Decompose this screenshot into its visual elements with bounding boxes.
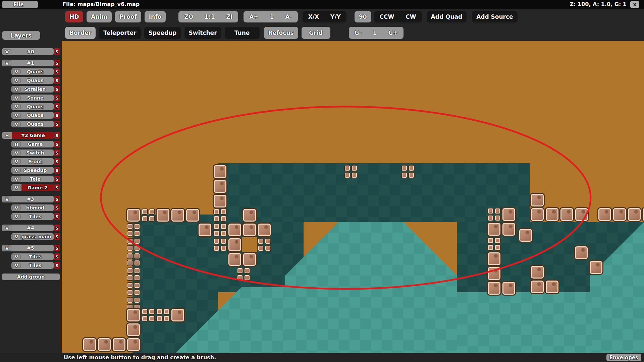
- layer-select-quads[interactable]: VQuads: [11, 68, 54, 75]
- visibility-toggle-button[interactable]: H: [3, 133, 11, 138]
- visibility-toggle-button[interactable]: V: [12, 176, 21, 182]
- toolbar-button-1[interactable]: 1: [367, 29, 383, 36]
- map-canvas[interactable]: [62, 41, 644, 353]
- toolbar-button-grid[interactable]: Grid: [302, 27, 330, 39]
- layer-select-4[interactable]: V#4: [2, 225, 54, 231]
- toolbar-button-zo[interactable]: ZO: [178, 13, 199, 20]
- visibility-toggle-button[interactable]: V: [12, 214, 21, 219]
- toolbar-button-g[interactable]: G+: [382, 29, 403, 36]
- layer-select-strallen[interactable]: VStrallen: [11, 86, 54, 93]
- toolbar-button-y-y[interactable]: Y/Y: [325, 13, 346, 20]
- layer-s-button[interactable]: S: [54, 77, 60, 84]
- visibility-toggle-button[interactable]: V: [12, 254, 21, 259]
- layer-s-button[interactable]: S: [54, 132, 60, 139]
- layer-s-button[interactable]: S: [54, 112, 60, 119]
- layer-s-button[interactable]: S: [54, 245, 60, 251]
- toolbar-button-proof[interactable]: Proof: [115, 11, 141, 22]
- layer-s-button[interactable]: S: [54, 253, 60, 260]
- layer-s-button[interactable]: S: [54, 233, 60, 240]
- layer-s-button[interactable]: S: [54, 158, 60, 165]
- visibility-toggle-button[interactable]: V: [12, 263, 21, 268]
- layer-s-button[interactable]: S: [54, 60, 60, 66]
- toolbar-button-1-1[interactable]: 1:1: [199, 13, 220, 20]
- visibility-toggle-button[interactable]: V: [3, 225, 11, 231]
- toolbar-button-add-source[interactable]: Add Source: [472, 11, 517, 22]
- visibility-toggle-button[interactable]: V: [12, 113, 21, 118]
- toolbar-button-teleporter[interactable]: Teleporter: [99, 27, 141, 39]
- visibility-toggle-button[interactable]: V: [12, 69, 21, 74]
- toolbar-button-1[interactable]: 1: [264, 13, 280, 20]
- visibility-toggle-button[interactable]: V: [12, 159, 21, 164]
- visibility-toggle-button[interactable]: V: [3, 196, 11, 202]
- visibility-toggle-button[interactable]: V: [12, 86, 21, 92]
- layer-s-button[interactable]: S: [54, 141, 60, 147]
- toolbar-button-anim[interactable]: Anim: [87, 11, 112, 22]
- layer-s-button[interactable]: S: [54, 149, 60, 156]
- toolbar-button-add-quad[interactable]: Add Quad: [427, 11, 467, 22]
- layer-select-front[interactable]: VFront: [11, 158, 54, 165]
- visibility-toggle-button[interactable]: V: [12, 150, 21, 156]
- visibility-toggle-button[interactable]: V: [12, 95, 21, 101]
- layer-select-0[interactable]: V#0: [2, 48, 54, 55]
- visibility-toggle-button[interactable]: V: [12, 104, 21, 109]
- layer-select-quads[interactable]: VQuads: [11, 103, 54, 110]
- layer-select-game[interactable]: HGame: [11, 141, 54, 147]
- layer-select-sonne[interactable]: VSonne: [11, 95, 54, 101]
- visibility-toggle-button[interactable]: V: [12, 234, 21, 239]
- toolbar-button-cw[interactable]: CW: [400, 13, 422, 20]
- layer-select-bbmod[interactable]: Vbbmod: [11, 204, 54, 211]
- layer-select-5[interactable]: V#5: [2, 245, 54, 251]
- layer-select-speedup[interactable]: VSpeedup: [11, 167, 54, 174]
- layer-s-button[interactable]: S: [54, 176, 60, 182]
- layer-select-tiles[interactable]: VTiles: [11, 213, 54, 220]
- toolbar-button-ccw[interactable]: CCW: [374, 13, 400, 20]
- layer-select-3[interactable]: V#3: [2, 196, 54, 202]
- layer-select-game-2[interactable]: VGame 2: [11, 184, 54, 191]
- visibility-toggle-button[interactable]: V: [12, 205, 21, 210]
- toolbar-button-tune[interactable]: Tune: [225, 27, 260, 39]
- layer-s-button[interactable]: S: [54, 225, 60, 231]
- close-icon[interactable]: X: [630, 1, 639, 8]
- layer-s-button[interactable]: S: [54, 262, 60, 269]
- layer-s-button[interactable]: S: [54, 196, 60, 202]
- layer-select-grass-main[interactable]: Vgrass_main: [11, 233, 54, 240]
- layer-select-quads[interactable]: VQuads: [11, 112, 54, 119]
- visibility-toggle-button[interactable]: V: [12, 121, 21, 127]
- layer-s-button[interactable]: S: [54, 121, 60, 127]
- visibility-toggle-button[interactable]: H: [12, 141, 21, 147]
- layer-select-2-game[interactable]: H#2 Game: [2, 132, 54, 139]
- envelopes-button[interactable]: Envelopes: [606, 354, 641, 361]
- toolbar-button-zi[interactable]: ZI: [221, 13, 238, 20]
- toolbar-button-border[interactable]: Border: [65, 27, 96, 39]
- add-group-button[interactable]: Add group: [2, 274, 60, 280]
- layer-select-tiles[interactable]: VTiles: [11, 262, 54, 269]
- visibility-toggle-button[interactable]: V: [12, 185, 21, 190]
- layer-s-button[interactable]: S: [54, 95, 60, 101]
- toolbar-button-x-x[interactable]: X/X: [303, 13, 325, 20]
- layer-select-1[interactable]: V#1: [2, 60, 54, 66]
- toolbar-button-a[interactable]: A-: [279, 13, 298, 20]
- layer-s-button[interactable]: S: [54, 204, 60, 211]
- toolbar-button-hd[interactable]: HD: [65, 11, 83, 22]
- visibility-toggle-button[interactable]: V: [3, 49, 11, 54]
- layer-s-button[interactable]: S: [54, 167, 60, 174]
- layer-select-quads[interactable]: VQuads: [11, 121, 54, 127]
- toolbar-button-90[interactable]: 90: [355, 11, 371, 22]
- layer-s-button[interactable]: S: [54, 86, 60, 93]
- layer-s-button[interactable]: S: [54, 184, 60, 191]
- layer-s-button[interactable]: S: [54, 103, 60, 110]
- file-menu-button[interactable]: File: [2, 1, 38, 8]
- toolbar-button-speedup[interactable]: Speedup: [144, 27, 181, 39]
- visibility-toggle-button[interactable]: V: [12, 168, 21, 173]
- toolbar-button-refocus[interactable]: Refocus: [264, 27, 298, 39]
- toolbar-button-info[interactable]: Info: [145, 11, 166, 22]
- layer-select-tele[interactable]: VTele: [11, 176, 54, 182]
- toolbar-button-switcher[interactable]: Switcher: [184, 27, 221, 39]
- layer-s-button[interactable]: S: [54, 48, 60, 55]
- toolbar-button-a[interactable]: A+: [244, 13, 264, 20]
- visibility-toggle-button[interactable]: V: [3, 245, 11, 251]
- layer-s-button[interactable]: S: [54, 68, 60, 75]
- visibility-toggle-button[interactable]: V: [3, 60, 11, 66]
- layer-s-button[interactable]: S: [54, 213, 60, 220]
- layer-select-tiles[interactable]: VTiles: [11, 253, 54, 260]
